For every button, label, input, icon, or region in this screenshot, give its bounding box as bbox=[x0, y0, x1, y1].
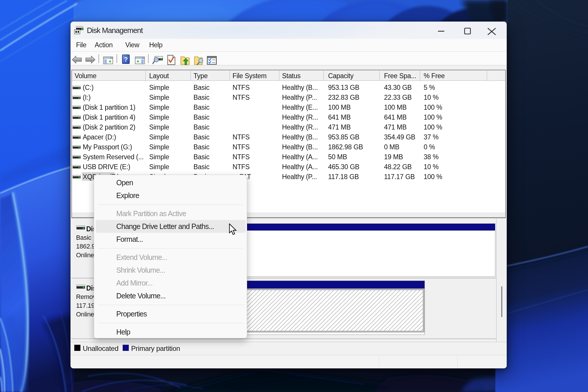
svg-text:?: ? bbox=[124, 56, 128, 63]
